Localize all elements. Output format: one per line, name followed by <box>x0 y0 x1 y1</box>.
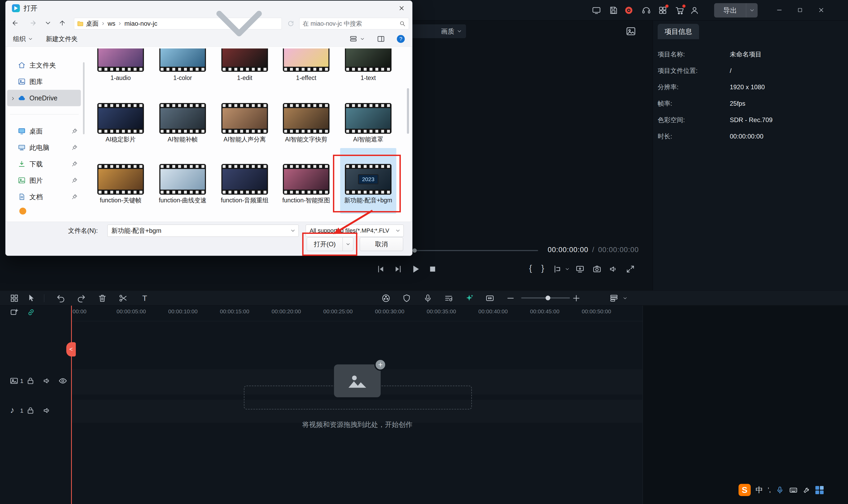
file-name[interactable]: AI稳定影片 <box>91 135 150 143</box>
mute-icon[interactable] <box>42 406 51 415</box>
sidebar-item-clipped[interactable] <box>19 208 26 215</box>
preview-pane-button[interactable] <box>377 32 385 46</box>
ime-tools-icon[interactable] <box>803 486 811 494</box>
file-name[interactable]: 1-text <box>339 74 397 82</box>
mark-out-icon[interactable]: } <box>541 263 544 273</box>
ime-punctuation-icon[interactable]: ’, <box>768 486 771 494</box>
sidebar-item-pictures[interactable]: 图片 <box>7 172 83 188</box>
file-name[interactable]: 新功能-配音+bgm <box>339 196 397 204</box>
file-name[interactable]: 1-edit <box>215 74 274 82</box>
view-mode-button[interactable] <box>349 32 365 46</box>
volume-icon[interactable] <box>609 264 618 274</box>
breadcrumb[interactable]: 桌面 ws miao-nov-jc <box>74 18 282 30</box>
open-button[interactable]: 打开(O) <box>307 237 353 251</box>
file-thumbnail[interactable] <box>345 49 392 72</box>
file-name[interactable]: function-音频重组 <box>215 196 274 204</box>
apps-grid-icon[interactable] <box>658 5 668 15</box>
record-icon[interactable] <box>624 5 634 15</box>
mask-shield-icon[interactable] <box>402 293 411 303</box>
lock-icon[interactable] <box>26 376 35 385</box>
chevron-down-icon[interactable] <box>395 228 401 234</box>
audio-mixer-icon[interactable] <box>444 293 453 303</box>
help-button[interactable]: ? <box>397 35 405 43</box>
filename-input[interactable]: 新功能-配音+bgm <box>107 224 299 237</box>
file-name[interactable]: 1-audio <box>91 74 150 82</box>
nav-forward-button[interactable] <box>27 17 39 29</box>
file-name[interactable]: 1-effect <box>277 74 335 82</box>
seek-handle[interactable] <box>413 248 417 253</box>
sidebar-item-home[interactable]: 主文件夹 <box>7 57 83 73</box>
zoom-out-icon[interactable] <box>506 293 515 303</box>
nav-history-chevron[interactable] <box>44 17 52 29</box>
auto-ripple-link-icon[interactable] <box>27 308 36 317</box>
file-thumbnail[interactable] <box>221 164 268 195</box>
file-thumbnail[interactable] <box>283 164 329 195</box>
file-name[interactable]: AI智能补帧 <box>154 135 212 143</box>
file-thumbnail[interactable] <box>159 164 206 195</box>
play-icon[interactable] <box>410 264 421 275</box>
store-cart-icon[interactable] <box>675 5 685 15</box>
delete-icon[interactable] <box>98 293 107 303</box>
close-button[interactable] <box>813 2 829 18</box>
mark-in-icon[interactable]: { <box>529 263 532 273</box>
chevron-down-icon[interactable] <box>565 267 570 272</box>
media-library-icon[interactable] <box>10 293 19 303</box>
fullscreen-icon[interactable] <box>626 264 635 274</box>
media-compare-icon[interactable] <box>626 26 636 37</box>
nav-up-button[interactable] <box>56 17 68 29</box>
text-tool-icon[interactable]: T <box>140 293 150 303</box>
snap-edit-icon[interactable] <box>553 264 563 274</box>
next-frame-icon[interactable] <box>393 264 403 274</box>
add-to-track-icon[interactable] <box>10 308 19 317</box>
save-project-icon[interactable] <box>609 5 618 15</box>
file-name[interactable]: AI智能文字快剪 <box>277 135 335 143</box>
chevron-down-icon[interactable] <box>345 241 351 247</box>
undo-icon[interactable] <box>56 293 66 303</box>
new-folder-button[interactable]: 新建文件夹 <box>46 32 78 46</box>
mute-icon[interactable] <box>42 376 51 385</box>
chevron-down-icon[interactable] <box>290 228 296 234</box>
cancel-button[interactable]: 取消 <box>360 237 403 251</box>
color-wheel-icon[interactable] <box>381 293 391 303</box>
track-manager-icon[interactable] <box>609 293 619 303</box>
file-thumbnail[interactable] <box>221 103 268 134</box>
dialog-close-button[interactable] <box>394 2 409 15</box>
sidebar-item-downloadicon[interactable]: 下载 <box>7 156 83 172</box>
file-name[interactable]: function-曲线变速 <box>154 196 212 204</box>
nav-back-button[interactable] <box>9 17 21 29</box>
display-settings-icon[interactable] <box>592 5 601 15</box>
previous-frame-icon[interactable] <box>376 264 386 274</box>
breadcrumb-item[interactable]: miao-nov-jc <box>124 20 157 27</box>
file-name[interactable]: AI智能遮罩 <box>339 135 397 143</box>
sidebar-item-gallery[interactable]: 图库 <box>7 73 83 90</box>
sidebar-item-cloud[interactable]: OneDrive <box>7 90 81 106</box>
tab-project-info[interactable]: 项目信息 <box>658 24 699 39</box>
maximize-button[interactable] <box>792 2 808 18</box>
file-name[interactable]: function-智能抠图 <box>277 196 335 204</box>
minimize-button[interactable] <box>772 2 787 18</box>
timeline[interactable]: 00:0000:00:05:0000:00:10:0000:00:15:0000… <box>0 306 848 504</box>
sogou-logo-icon[interactable]: S <box>739 484 751 496</box>
sidebar-item-pc[interactable]: 此电脑 <box>7 139 83 156</box>
file-thumbnail[interactable] <box>345 103 392 134</box>
file-name[interactable]: 1-color <box>154 74 212 82</box>
redo-icon[interactable] <box>76 293 86 303</box>
stop-icon[interactable] <box>428 264 438 274</box>
voiceover-mic-icon[interactable] <box>423 293 433 303</box>
split-scissors-icon[interactable] <box>118 293 128 303</box>
file-thumbnail[interactable] <box>283 103 329 134</box>
file-name[interactable]: AI智能人声分离 <box>215 135 274 143</box>
select-cursor-icon[interactable] <box>27 293 36 303</box>
file-grid[interactable]: 1-audio1-color1-edit1-effect1-textAI稳定影片… <box>86 49 410 222</box>
file-list-scrollbar[interactable] <box>407 88 409 134</box>
lock-icon[interactable] <box>26 406 35 415</box>
file-thumbnail[interactable] <box>97 49 144 72</box>
timeline-zoom-slider[interactable] <box>521 298 570 299</box>
breadcrumb-item[interactable]: 桌面 <box>86 19 99 28</box>
file-thumbnail[interactable] <box>97 103 144 134</box>
add-media-plus-icon[interactable]: + <box>374 359 386 371</box>
eye-icon[interactable] <box>58 376 67 385</box>
account-icon[interactable] <box>690 5 699 15</box>
effects-sparkle-icon[interactable] <box>464 293 474 303</box>
timeline-ruler[interactable]: 00:0000:00:05:0000:00:10:0000:00:15:0000… <box>0 306 848 322</box>
